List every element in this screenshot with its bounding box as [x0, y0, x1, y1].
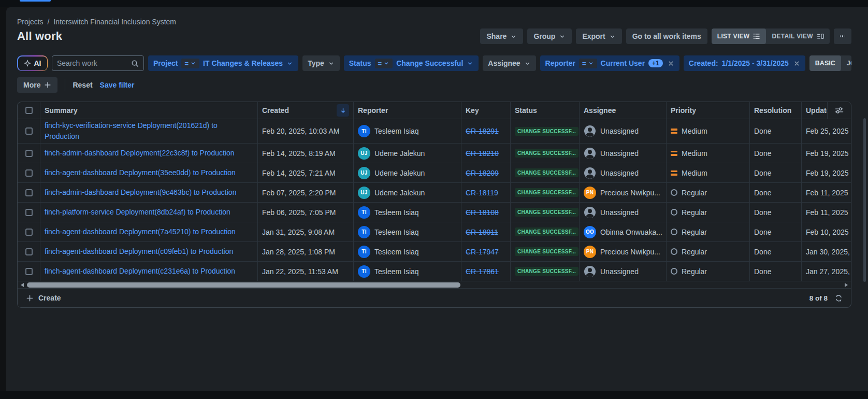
operator-dropdown[interactable]: =: [579, 59, 597, 68]
assignee-cell: Unassigned: [580, 163, 667, 182]
filter-chip-created[interactable]: Created: 1/1/2025 - 3/31/2025: [684, 55, 805, 71]
updated-cell: Feb 11, 2025: [802, 203, 851, 222]
table-row[interactable]: finch-admin-dashboard Deployment(22c3c8f…: [18, 144, 851, 163]
column-header-assignee[interactable]: Assignee: [580, 102, 667, 119]
row-checkbox[interactable]: [25, 229, 33, 236]
work-item-link[interactable]: finch-admin-dashboard Deployment(22c3c8f…: [45, 148, 235, 159]
close-icon: [793, 60, 800, 67]
work-item-link[interactable]: finch-platform-service Deployment(8db24a…: [45, 207, 230, 218]
assignee-cell: Unassigned: [580, 119, 667, 143]
work-item-link[interactable]: finch-agent-dashboard Deployment(35ee0dd…: [45, 167, 236, 178]
column-header-reporter[interactable]: Reporter: [354, 102, 461, 119]
list-view-toggle[interactable]: LIST VIEW: [712, 28, 766, 44]
table-row[interactable]: finch-agent-dashboard Deployment(7a45210…: [18, 222, 851, 242]
search-input[interactable]: [57, 59, 128, 67]
column-header-priority[interactable]: Priority: [667, 102, 750, 119]
scroll-left-arrow[interactable]: [21, 283, 24, 287]
row-checkbox[interactable]: [25, 150, 33, 157]
filter-chip-type[interactable]: Type: [302, 55, 340, 71]
key-cell: CR-18209: [461, 163, 511, 182]
status-badge[interactable]: CHANGE SUCCESSF...: [515, 208, 578, 217]
column-settings-button[interactable]: [827, 102, 851, 119]
go-to-all-work-items-button[interactable]: Go to all work items: [626, 28, 707, 44]
breadcrumb-project-name-link[interactable]: Interswitch Financial Inclusion System: [53, 18, 176, 26]
more-values-badge[interactable]: +1: [648, 59, 663, 67]
more-filters-button[interactable]: More: [17, 77, 57, 93]
work-item-key-link[interactable]: CR-18291: [466, 127, 499, 135]
ai-button[interactable]: AI: [17, 55, 48, 71]
status-badge[interactable]: CHANGE SUCCESSF...: [515, 188, 578, 197]
filter-chip-project[interactable]: Project = IT Changes & Releases: [148, 55, 298, 71]
operator-dropdown[interactable]: =: [181, 59, 199, 68]
sort-descending-button[interactable]: [337, 104, 349, 117]
unassigned-avatar-icon: [584, 167, 596, 179]
filter-chip-assignee[interactable]: Assignee: [483, 55, 536, 71]
detail-view-toggle[interactable]: DETAIL VIEW: [766, 28, 830, 44]
table-row[interactable]: finch-kyc-verification-service Deploymen…: [18, 119, 851, 144]
operator-dropdown[interactable]: =: [375, 59, 393, 68]
reset-button[interactable]: Reset: [73, 81, 92, 89]
column-header-created[interactable]: Created: [258, 102, 354, 119]
table-row[interactable]: finch-platform-service Deployment(8db24a…: [18, 203, 851, 222]
breadcrumb-projects-link[interactable]: Projects: [17, 18, 44, 26]
table-row[interactable]: finch-agent-dashboard Deployment(35ee0dd…: [18, 163, 851, 183]
create-button[interactable]: Create: [26, 294, 61, 302]
summary-cell: finch-agent-dashboard Deployment(c09feb1…: [40, 242, 258, 261]
work-item-key-link[interactable]: CR-18108: [466, 208, 499, 217]
column-header-summary[interactable]: Summary: [40, 102, 258, 119]
column-header-key[interactable]: Key: [461, 102, 511, 119]
status-badge[interactable]: CHANGE SUCCESSF...: [515, 227, 578, 236]
column-header-resolution[interactable]: Resolution: [750, 102, 802, 119]
work-item-key-link[interactable]: CR-17947: [466, 248, 499, 256]
select-all-checkbox[interactable]: [25, 107, 33, 114]
work-item-key-link[interactable]: CR-18119: [466, 189, 498, 197]
status-badge[interactable]: CHANGE SUCCESSF...: [515, 127, 578, 136]
work-item-key-link[interactable]: CR-18011: [466, 228, 498, 236]
horizontal-scrollbar-thumb[interactable]: [27, 282, 460, 288]
reporter-cell: UJ Udeme Jalekun: [354, 144, 461, 163]
export-button[interactable]: Export: [576, 28, 621, 44]
basic-mode-toggle[interactable]: BASIC: [809, 55, 841, 71]
table-row[interactable]: finch-agent-dashboard Deployment(c09feb1…: [18, 242, 851, 262]
row-checkbox[interactable]: [25, 169, 33, 177]
work-item-link[interactable]: finch-agent-dashboard Deployment(7a45210…: [45, 226, 236, 237]
table-row[interactable]: finch-admin-dashboard Deployment(9c463bc…: [18, 183, 851, 203]
filter-label: Project: [153, 59, 178, 67]
more-actions-button[interactable]: [834, 28, 851, 44]
work-item-link[interactable]: finch-agent-dashboard Deployment(c231e6a…: [45, 266, 235, 277]
column-header-status[interactable]: Status: [511, 102, 580, 119]
table-row[interactable]: finch-agent-dashboard Deployment(c231e6a…: [18, 262, 851, 281]
filter-chip-status[interactable]: Status = Change Successful: [344, 55, 479, 71]
priority-label: Regular: [682, 267, 707, 276]
work-item-key-link[interactable]: CR-17861: [466, 267, 499, 276]
unassigned-avatar-icon: [584, 206, 596, 219]
main-panel: Projects / Interswitch Financial Inclusi…: [6, 7, 868, 391]
vertical-scrollbar[interactable]: [863, 118, 866, 282]
row-checkbox[interactable]: [25, 248, 33, 255]
status-badge[interactable]: CHANGE SUCCESSF...: [515, 168, 578, 177]
row-checkbox[interactable]: [25, 127, 33, 135]
remove-reporter-filter-button[interactable]: [668, 60, 674, 67]
breadcrumb: Projects / Interswitch Financial Inclusi…: [17, 18, 851, 26]
group-button[interactable]: Group: [527, 28, 572, 44]
row-checkbox[interactable]: [25, 189, 33, 196]
work-item-link[interactable]: finch-kyc-verification-service Deploymen…: [45, 120, 253, 142]
status-badge[interactable]: CHANGE SUCCESSF...: [515, 247, 578, 256]
chevron-down-icon: [467, 60, 473, 67]
work-item-link[interactable]: finch-agent-dashboard Deployment(c09feb1…: [45, 246, 233, 257]
work-item-key-link[interactable]: CR-18210: [466, 149, 499, 158]
filter-chip-reporter[interactable]: Reporter = Current User +1: [540, 55, 679, 71]
refresh-button[interactable]: [835, 294, 843, 302]
remove-created-filter-button[interactable]: [793, 60, 800, 67]
status-badge[interactable]: CHANGE SUCCESSF...: [515, 149, 578, 158]
row-checkbox[interactable]: [25, 209, 33, 216]
row-checkbox[interactable]: [25, 268, 33, 275]
status-badge[interactable]: CHANGE SUCCESSF...: [515, 267, 578, 276]
share-button[interactable]: Share: [480, 28, 523, 44]
work-item-link[interactable]: finch-admin-dashboard Deployment(9c463bc…: [45, 187, 236, 198]
save-filter-button[interactable]: Save filter: [100, 81, 135, 89]
created-cell: Feb 14, 2025, 7:21 AM: [258, 163, 354, 182]
jql-mode-toggle[interactable]: JQL: [841, 55, 851, 71]
scroll-right-arrow[interactable]: [845, 283, 848, 287]
work-item-key-link[interactable]: CR-18209: [466, 169, 499, 177]
